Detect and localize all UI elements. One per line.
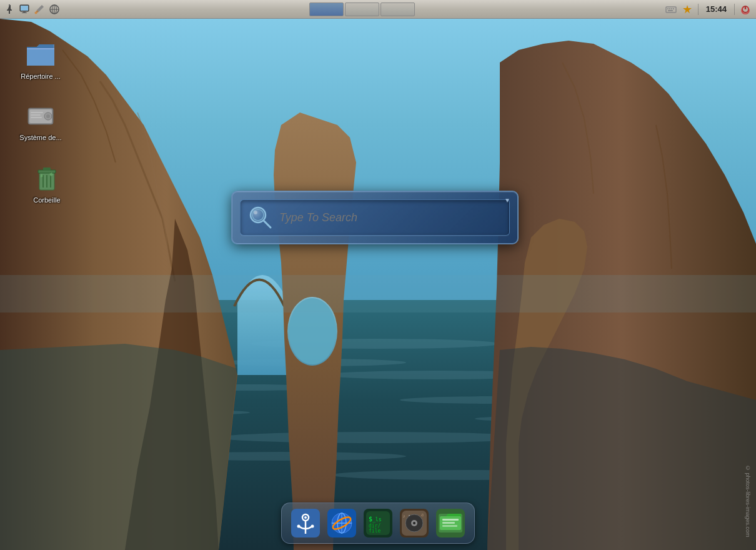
pin-taskbar-icon[interactable] — [2, 2, 16, 16]
svg-text:_ls: _ls — [372, 517, 382, 522]
svg-rect-81 — [442, 519, 459, 521]
svg-rect-39 — [31, 112, 43, 113]
svg-rect-83 — [442, 525, 457, 527]
svg-point-57 — [304, 516, 307, 519]
dock-item-browser[interactable] — [326, 507, 358, 539]
svg-marker-31 — [683, 5, 692, 14]
svg-text:♫: ♫ — [420, 512, 424, 517]
svg-text:file: file — [369, 528, 380, 534]
trash-icon — [32, 164, 62, 194]
taskbar-separator-2 — [734, 4, 735, 15]
svg-rect-15 — [9, 4, 10, 6]
svg-point-49 — [252, 209, 264, 221]
svg-point-9 — [219, 432, 531, 443]
taskbar-top: 15:44 — [0, 0, 756, 19]
svg-point-56 — [311, 525, 314, 528]
svg-rect-25 — [666, 7, 676, 12]
dock-item-multimedia[interactable]: ♪ ♫ — [398, 507, 430, 539]
svg-point-55 — [297, 525, 301, 528]
corbeille-label: Corbeille — [33, 196, 60, 204]
search-icon — [248, 205, 273, 230]
network-taskbar-icon[interactable] — [47, 2, 61, 16]
svg-rect-40 — [31, 114, 41, 116]
taskbar-left — [0, 2, 64, 16]
search-dialog: ▼ — [231, 191, 519, 244]
svg-rect-18 — [23, 11, 26, 12]
monitor-taskbar-icon[interactable] — [17, 2, 31, 16]
desktop: 15:44 Répertoire ... — [0, 0, 756, 550]
taskbar-center — [64, 2, 660, 16]
desktop-icon-corbeille[interactable]: Corbeille — [19, 161, 75, 207]
watermark: © photos-libres-images.com — [745, 465, 751, 538]
systeme-label: Système de... — [19, 134, 61, 142]
dock-item-terminal[interactable]: $ _ls dir/ file — [362, 507, 394, 539]
svg-point-51 — [254, 211, 257, 214]
keyboard-taskbar-icon[interactable] — [664, 2, 678, 16]
paintbrush-taskbar-icon[interactable] — [32, 2, 46, 16]
repertoire-label: Répertoire ... — [21, 72, 61, 81]
svg-point-20 — [35, 11, 37, 14]
star-taskbar-icon[interactable] — [680, 2, 694, 16]
search-input[interactable] — [279, 211, 502, 224]
svg-point-38 — [46, 114, 50, 118]
desktop-icon-systeme[interactable]: Système de... — [12, 99, 69, 144]
taskbar-right: 15:44 — [660, 2, 756, 16]
svg-rect-30 — [668, 10, 673, 11]
desktop-icon-repertoire[interactable]: Répertoire ... — [12, 38, 69, 83]
svg-rect-27 — [669, 8, 670, 9]
svg-rect-26 — [667, 8, 669, 9]
folder-icon — [26, 40, 56, 70]
svg-rect-17 — [21, 6, 28, 11]
dock-item-files[interactable] — [434, 507, 467, 539]
hdd-icon — [26, 101, 56, 131]
svg-rect-82 — [442, 522, 455, 524]
svg-rect-14 — [0, 275, 756, 312]
svg-text:♪: ♪ — [403, 514, 405, 518]
taskbar-separator — [698, 4, 699, 15]
svg-rect-41 — [31, 117, 42, 118]
power-taskbar-icon[interactable] — [739, 2, 752, 16]
workspace-3-button[interactable] — [380, 2, 415, 16]
svg-rect-29 — [673, 8, 674, 9]
svg-point-75 — [413, 522, 415, 524]
dock-item-anchor[interactable] — [289, 507, 322, 539]
workspace-1-button[interactable] — [309, 2, 344, 16]
svg-rect-19 — [22, 12, 27, 13]
clock-display: 15:44 — [702, 4, 730, 14]
search-dropdown-button[interactable]: ▼ — [502, 196, 512, 204]
svg-rect-28 — [671, 8, 672, 9]
svg-line-50 — [264, 221, 271, 228]
dock: $ _ls dir/ file ♪ ♫ — [281, 502, 475, 544]
workspace-2-button[interactable] — [345, 2, 379, 16]
svg-rect-44 — [43, 168, 51, 171]
search-input-area — [240, 199, 510, 236]
